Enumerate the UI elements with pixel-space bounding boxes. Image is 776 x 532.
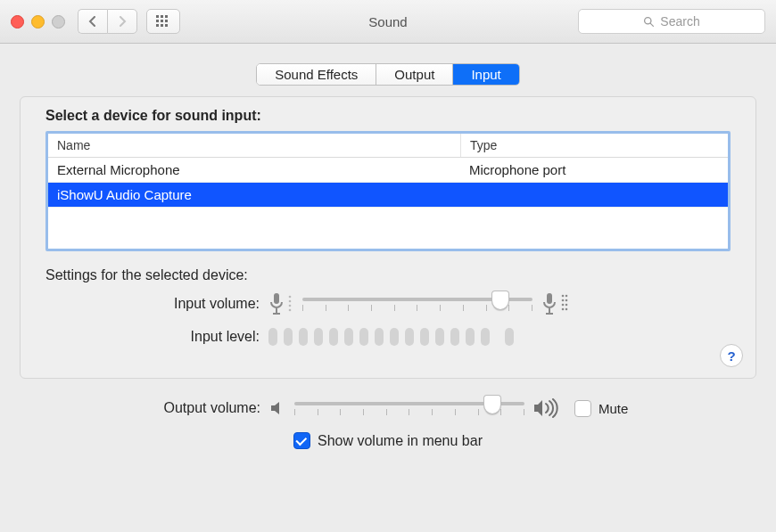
forward-button[interactable] [107, 9, 137, 34]
input-level-row: Input level: [45, 328, 731, 346]
mic-high-icon [541, 292, 570, 315]
table-header: Name Type [48, 134, 728, 158]
device-name: External Microphone [48, 158, 460, 182]
search-placeholder: Search [660, 14, 699, 29]
mute-label: Mute [599, 401, 628, 416]
output-volume-label: Output volume: [45, 400, 269, 416]
mute-checkbox[interactable] [574, 400, 591, 417]
svg-rect-11 [274, 293, 279, 304]
back-button[interactable] [78, 9, 107, 34]
zoom-window-button[interactable] [52, 15, 65, 29]
slider-thumb[interactable] [491, 291, 509, 310]
speaker-low-icon [269, 400, 285, 416]
svg-point-25 [565, 295, 568, 298]
main-panel: Select a device for sound input: Name Ty… [20, 96, 756, 379]
svg-point-26 [565, 299, 568, 302]
output-volume-slider[interactable] [294, 397, 524, 420]
window-controls [11, 15, 65, 29]
input-volume-label: Input volume: [45, 296, 268, 312]
device-type: Microphone port [460, 158, 728, 182]
chevron-left-icon [88, 16, 97, 27]
svg-point-23 [562, 304, 565, 307]
svg-line-10 [650, 23, 653, 26]
svg-point-16 [289, 305, 292, 307]
search-input[interactable]: Search [578, 9, 765, 34]
tab-sound-effects[interactable]: Sound Effects [257, 64, 376, 85]
table-row[interactable]: External Microphone Microphone port [48, 158, 728, 183]
svg-rect-6 [156, 24, 159, 27]
svg-rect-12 [276, 308, 277, 313]
input-level-label: Input level: [45, 329, 268, 345]
panel-heading: Select a device for sound input: [45, 108, 731, 124]
show-all-button[interactable] [146, 9, 180, 34]
svg-point-21 [562, 295, 565, 298]
close-window-button[interactable] [11, 15, 24, 29]
svg-rect-8 [165, 24, 168, 27]
col-name-header[interactable]: Name [48, 134, 461, 157]
svg-rect-0 [156, 15, 159, 18]
mic-low-icon [268, 292, 293, 315]
footer: Output volume: Mute Show volume in menu … [0, 379, 776, 449]
slider-thumb[interactable] [483, 395, 501, 414]
svg-rect-2 [165, 15, 168, 18]
svg-point-15 [289, 300, 292, 303]
table-empty-area[interactable] [48, 208, 728, 249]
show-in-menubar-label: Show volume in menu bar [318, 433, 483, 449]
svg-rect-4 [161, 20, 163, 22]
svg-rect-20 [546, 313, 553, 315]
speaker-high-icon [533, 398, 560, 418]
table-row[interactable]: iShowU Audio Capture [48, 183, 728, 208]
input-volume-slider[interactable] [302, 292, 532, 315]
search-icon [643, 16, 655, 28]
svg-point-28 [565, 308, 568, 311]
svg-point-17 [289, 309, 292, 312]
chevron-right-icon [118, 16, 127, 27]
svg-point-22 [562, 299, 565, 302]
device-table[interactable]: Name Type External Microphone Microphone… [45, 131, 731, 251]
device-type [460, 183, 728, 207]
svg-rect-19 [549, 308, 550, 313]
settings-heading: Settings for the selected device: [45, 267, 731, 283]
nav-buttons [78, 9, 137, 34]
svg-point-14 [289, 296, 292, 299]
help-button[interactable]: ? [720, 344, 743, 367]
svg-rect-1 [161, 15, 163, 18]
tab-bar: Sound Effects Output Input [0, 44, 776, 96]
svg-rect-3 [156, 20, 159, 22]
device-name: iShowU Audio Capture [48, 183, 460, 207]
grid-icon [156, 15, 170, 28]
svg-rect-7 [161, 24, 163, 27]
input-volume-row: Input volume: [45, 292, 731, 315]
tab-output[interactable]: Output [376, 64, 453, 85]
svg-point-27 [565, 304, 568, 307]
svg-rect-13 [273, 313, 280, 315]
input-level-meter [268, 328, 514, 346]
level-dots-low-icon [288, 294, 293, 314]
svg-rect-5 [165, 20, 168, 22]
show-in-menubar-checkbox[interactable] [293, 432, 310, 449]
level-dots-high-icon [561, 293, 570, 315]
tab-input[interactable]: Input [453, 64, 518, 85]
col-type-header[interactable]: Type [461, 134, 728, 157]
svg-rect-18 [547, 293, 552, 304]
titlebar: Sound Search [0, 0, 776, 44]
minimize-window-button[interactable] [31, 15, 45, 29]
svg-point-24 [562, 308, 565, 311]
